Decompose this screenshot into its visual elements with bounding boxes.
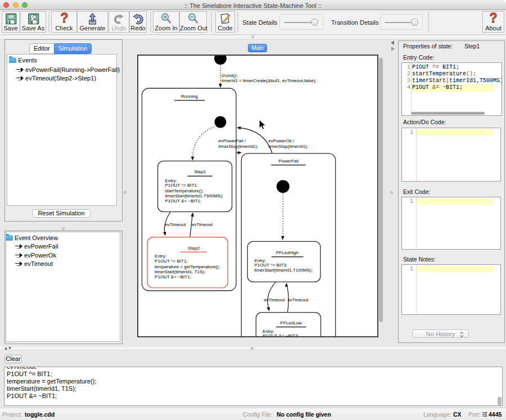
- svg-text:?: ?: [489, 12, 497, 25]
- svg-text:Running: Running: [181, 94, 198, 99]
- svg-text:P1OUT &= ~BIT3;: P1OUT &= ~BIT3;: [263, 333, 299, 336]
- svg-text:startTemperature();: startTemperature();: [165, 188, 204, 193]
- svg-text:evTimeout: evTimeout: [165, 222, 186, 227]
- svg-text:timerStart(timerId1,T500MS);: timerStart(timerId1,T500MS);: [165, 193, 224, 198]
- svg-text:i2cInit();: i2cInit();: [222, 73, 237, 78]
- svg-text:P1OUT ^= BIT1;: P1OUT ^= BIT1;: [155, 259, 188, 264]
- svg-text:P1OUT &= ~BIT1;: P1OUT &= ~BIT1;: [155, 274, 191, 279]
- svg-text:timerStop(timerId1);: timerStop(timerId1);: [219, 144, 259, 149]
- svg-text:evTimeout: evTimeout: [264, 297, 285, 302]
- svg-text:evPowerOk /: evPowerOk /: [268, 138, 295, 143]
- svg-text:Entry:: Entry:: [165, 178, 177, 183]
- svg-text:evTimeout: evTimeout: [287, 297, 309, 302]
- svg-text:timerId1 = timerCreate(&buf1,: timerId1 = timerCreate(&buf1, evTimeout,…: [222, 78, 317, 83]
- svg-text:temperature = getTemperature(): temperature = getTemperature();: [155, 264, 220, 269]
- svg-text:?: ?: [60, 12, 68, 25]
- svg-text:Step1: Step1: [194, 169, 206, 174]
- svg-text:timerStart(timerId1,T100MS);: timerStart(timerId1,T100MS);: [254, 268, 313, 273]
- svg-text:Step2: Step2: [188, 246, 200, 251]
- svg-text:P1OUT ^= BIT1;: P1OUT ^= BIT1;: [165, 183, 198, 188]
- svg-text:evTimeout: evTimeout: [192, 222, 213, 227]
- svg-text:PFLedLow: PFLedLow: [281, 320, 302, 326]
- svg-text:evPowerFail /: evPowerFail /: [219, 138, 246, 143]
- svg-text:PowerFail: PowerFail: [278, 159, 299, 164]
- svg-text:timerStop(timerId1);: timerStop(timerId1);: [268, 144, 308, 149]
- svg-text:P1OUT &= ~BIT1;: P1OUT &= ~BIT1;: [165, 198, 202, 204]
- svg-text:Entry:: Entry:: [155, 254, 166, 259]
- svg-text:PFLedHigh: PFLedHigh: [276, 250, 299, 255]
